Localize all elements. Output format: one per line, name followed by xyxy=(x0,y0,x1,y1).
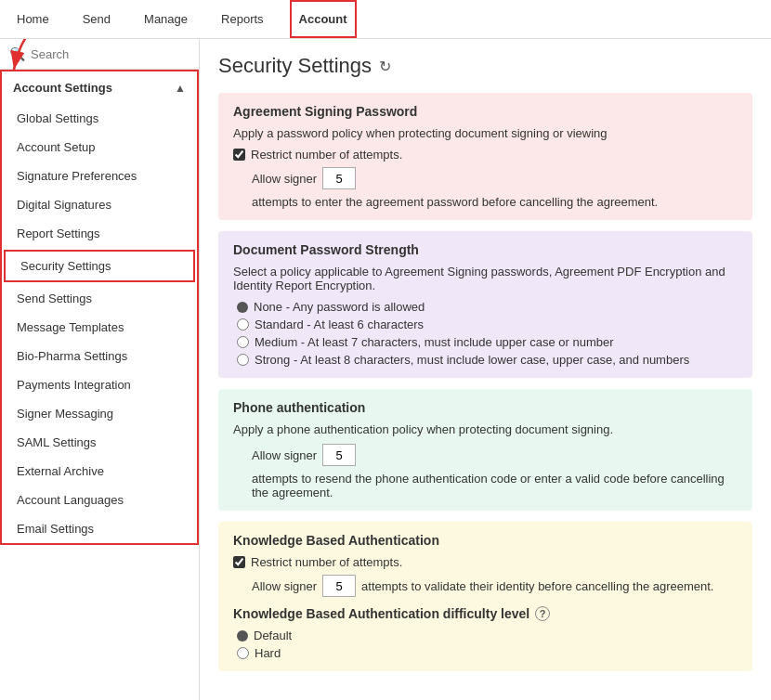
kba-section: Knowledge Based Authentication Restrict … xyxy=(218,522,752,671)
password-option-strong: Strong - At least 8 characters, must inc… xyxy=(237,353,738,367)
agreement-signing-section: Agreement Signing Password Apply a passw… xyxy=(218,93,752,220)
sidebar-item-report-settings[interactable]: Report Settings xyxy=(2,219,197,248)
kba-attempts-after: attempts to validate their identity befo… xyxy=(361,579,713,593)
agreement-attempts-input[interactable]: 5 xyxy=(322,167,356,189)
agreement-signing-title: Agreement Signing Password xyxy=(233,104,738,119)
password-option-standard: Standard - At least 6 characters xyxy=(237,318,738,331)
kba-restrict-checkbox[interactable] xyxy=(233,556,245,568)
password-strength-options: None - Any password is allowed Standard … xyxy=(233,300,738,367)
phone-attempts-before: Allow signer xyxy=(252,448,317,462)
kba-difficulty-label: Knowledge Based Authentication difficult… xyxy=(233,606,529,621)
radio-filled-default xyxy=(237,630,248,642)
kba-title: Knowledge Based Authentication xyxy=(233,533,738,548)
account-settings-header[interactable]: Account Settings ▲ xyxy=(2,71,197,104)
password-option-standard-label: Standard - At least 6 characters xyxy=(255,318,424,331)
sidebar-items-list: Global Settings Account Setup Signature … xyxy=(2,104,197,543)
sidebar-item-saml[interactable]: SAML Settings xyxy=(2,428,197,457)
search-box: 🔍 xyxy=(0,39,199,70)
phone-auth-subtitle: Apply a phone authentication policy when… xyxy=(233,422,738,436)
kba-option-hard: Hard xyxy=(237,646,738,660)
main-content: Security Settings ↻ Agreement Signing Pa… xyxy=(200,39,771,700)
kba-difficulty-row: Knowledge Based Authentication difficult… xyxy=(233,606,738,621)
nav-manage[interactable]: Manage xyxy=(137,0,195,38)
agreement-restrict-label: Restrict number of attempts. xyxy=(251,148,402,162)
kba-attempts-row: Allow signer 5 attempts to validate thei… xyxy=(233,575,738,597)
kba-attempts-input[interactable]: 5 xyxy=(322,575,356,597)
refresh-icon[interactable]: ↻ xyxy=(379,58,391,75)
sidebar-item-payments[interactable]: Payments Integration xyxy=(2,370,197,399)
password-option-medium: Medium - At least 7 characters, must inc… xyxy=(237,335,738,349)
sidebar-item-account-languages[interactable]: Account Languages xyxy=(2,486,197,514)
password-option-none-label: None - Any password is allowed xyxy=(254,300,425,314)
agreement-restrict-checkbox-row: Restrict number of attempts. xyxy=(233,148,738,162)
account-settings-label: Account Settings xyxy=(13,81,112,95)
kba-option-default-label: Default xyxy=(254,629,292,642)
phone-attempts-input[interactable]: 5 xyxy=(322,444,356,466)
sidebar-item-email-settings[interactable]: Email Settings xyxy=(2,514,197,543)
page-title: Security Settings ↻ xyxy=(218,54,752,78)
sidebar-item-global-settings[interactable]: Global Settings xyxy=(2,104,197,133)
nav-reports[interactable]: Reports xyxy=(214,0,271,38)
password-radio-strong[interactable] xyxy=(237,354,249,366)
sidebar-item-account-setup[interactable]: Account Setup xyxy=(2,133,197,162)
password-option-strong-label: Strong - At least 8 characters, must inc… xyxy=(255,353,689,367)
kba-radio-hard[interactable] xyxy=(237,647,249,659)
kba-option-hard-label: Hard xyxy=(255,646,281,660)
kba-attempts-before: Allow signer xyxy=(252,579,317,593)
nav-home[interactable]: Home xyxy=(9,0,57,38)
nav-account[interactable]: Account xyxy=(290,0,357,38)
main-layout: 🔍 Account Settings ▲ Global Setti xyxy=(0,39,771,700)
radio-filled-none xyxy=(237,302,248,313)
document-password-title: Document Password Strength xyxy=(233,242,738,257)
password-radio-standard[interactable] xyxy=(237,318,249,331)
sidebar: 🔍 Account Settings ▲ Global Setti xyxy=(0,39,200,700)
sidebar-item-security-settings[interactable]: Security Settings xyxy=(4,250,195,282)
phone-attempts-row: Allow signer 5 attempts to resend the ph… xyxy=(233,444,738,499)
page-title-text: Security Settings xyxy=(218,54,372,78)
document-password-subtitle: Select a policy applicable to Agreement … xyxy=(233,265,738,292)
sidebar-item-message-templates[interactable]: Message Templates xyxy=(2,313,197,342)
agreement-attempts-row: Allow signer 5 attempts to enter the agr… xyxy=(233,167,738,209)
help-icon[interactable]: ? xyxy=(535,606,550,621)
sidebar-item-signer-messaging[interactable]: Signer Messaging xyxy=(2,399,197,428)
phone-auth-section: Phone authentication Apply a phone authe… xyxy=(218,389,752,511)
sidebar-item-signature-preferences[interactable]: Signature Preferences xyxy=(2,162,197,190)
password-radio-medium[interactable] xyxy=(237,336,249,348)
sidebar-item-external-archive[interactable]: External Archive xyxy=(2,457,197,486)
sidebar-item-send-settings[interactable]: Send Settings xyxy=(2,284,197,313)
sidebar-item-digital-signatures[interactable]: Digital Signatures xyxy=(2,190,197,219)
kba-difficulty-options: Default Hard xyxy=(233,629,738,660)
agreement-restrict-checkbox[interactable] xyxy=(233,149,245,161)
chevron-up-icon: ▲ xyxy=(175,82,186,95)
phone-attempts-after: attempts to resend the phone authenticat… xyxy=(252,472,738,499)
agreement-signing-subtitle: Apply a password policy when protecting … xyxy=(233,126,738,140)
document-password-section: Document Password Strength Select a poli… xyxy=(218,231,752,378)
account-settings-section: Account Settings ▲ Global Settings Accou… xyxy=(0,70,199,545)
password-option-medium-label: Medium - At least 7 characters, must inc… xyxy=(255,335,614,349)
agreement-attempts-before: Allow signer xyxy=(252,172,317,186)
sidebar-item-biopharma[interactable]: Bio-Pharma Settings xyxy=(2,342,197,370)
phone-auth-title: Phone authentication xyxy=(233,400,738,415)
kba-restrict-label: Restrict number of attempts. xyxy=(251,555,402,569)
kba-option-default: Default xyxy=(237,629,738,642)
kba-restrict-checkbox-row: Restrict number of attempts. xyxy=(233,555,738,569)
top-nav: Home Send Manage Reports Account xyxy=(0,0,771,39)
search-icon: 🔍 xyxy=(9,46,25,61)
nav-send[interactable]: Send xyxy=(75,0,118,38)
agreement-attempts-after: attempts to enter the agreement password… xyxy=(252,195,658,209)
password-option-none: None - Any password is allowed xyxy=(237,300,738,314)
search-input[interactable] xyxy=(31,47,189,61)
